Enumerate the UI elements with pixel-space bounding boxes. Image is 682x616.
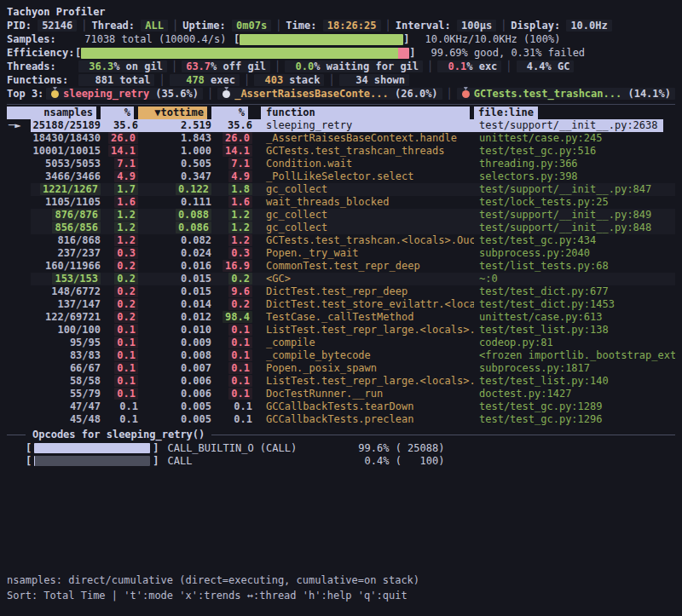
function-name-cell: gc_collect [261, 183, 474, 196]
bracket: ] [153, 454, 159, 468]
stat-chip: 34 shown [339, 74, 409, 86]
table-row[interactable]: 47/470.10.0050.1GCCallbackTests.tearDown… [7, 400, 675, 413]
bracket: [ [26, 454, 32, 468]
value: 100/100 [57, 324, 101, 336]
value: 2.519 [181, 119, 211, 131]
table-row[interactable]: 237/2370.30.0240.3Popen._try_waitsubproc… [7, 247, 675, 260]
value: 7.1 [114, 158, 138, 170]
table-row[interactable]: 3466/34664.90.3474.9_PollLikeSelector.se… [7, 170, 675, 183]
file-line-cell: test/support/__init__.py:849 [474, 209, 675, 222]
table-row[interactable]: 876/8761.20.0881.2gc_collecttest/support… [7, 209, 675, 222]
file-line-cell: test/list_tests.py:68 [474, 260, 675, 273]
table-row[interactable]: 148/67720.20.0159.6DictTest.test_repr_de… [7, 285, 675, 298]
top-function-chip[interactable]: GCTests.test_trashcan... (14.1%) [457, 88, 675, 100]
table-row[interactable]: 122/697210.20.01298.4TestCase._callTestM… [7, 311, 675, 324]
function-table: ─►25188/2518935.62.51935.6sleeping_retry… [7, 119, 675, 426]
value: 0.012 [181, 311, 211, 323]
function-name-cell: DictTest.test_repr_deep [261, 285, 474, 298]
value: 0.3 [114, 247, 138, 259]
column-header-file-line[interactable]: file:line [474, 107, 538, 119]
file-line-cell: test/support/__init__.py:848 [474, 222, 675, 234]
column-header-tottime-sorted[interactable]: ▼tottime [138, 107, 207, 119]
table-row[interactable]: 160/119660.20.01616.9CommonTest.test_rep… [7, 260, 675, 273]
table-row[interactable]: 5053/50537.10.5057.1Condition.waitthread… [7, 158, 675, 170]
value: 95/95 [70, 337, 101, 348]
row-marker [7, 337, 31, 349]
value: 122/69721 [45, 311, 101, 323]
table-row[interactable]: 1105/11051.60.1111.6wait_threads_blocked… [7, 196, 675, 209]
file-line-cell: test/test_gc.py:1296 [474, 413, 675, 426]
top3-items: sleeping_retry (35.6%)│_AssertRaisesBase… [46, 87, 675, 101]
column-header-pct-direct[interactable]: % [101, 107, 134, 119]
value: 0.2 [228, 298, 252, 310]
value: 0.086 [176, 222, 211, 233]
samples-row: Samples: 71038 total (10000.4/s)[]10.0KH… [7, 32, 675, 46]
column-gap [252, 170, 261, 183]
value: 0.005 [181, 400, 211, 412]
value: 1.6 [114, 196, 138, 208]
separator: │ [77, 20, 91, 32]
row-marker [7, 222, 31, 234]
top-function-chip[interactable]: _AssertRaisesBaseConte... (26.0%) [217, 88, 442, 100]
opcode-row: []CALL_BUILTIN_O (CALL)99.6% ( 25088) [7, 441, 675, 454]
table-row[interactable]: 856/8561.20.0861.2gc_collecttest/support… [7, 222, 675, 234]
top-function-chip[interactable]: sleeping_retry (35.6%) [46, 88, 203, 100]
table-row[interactable]: 816/8681.20.0821.2GCTests.test_trashcan.… [7, 234, 675, 247]
value: 0.014 [181, 298, 211, 310]
pct-direct-cell: 14.1 [101, 145, 138, 158]
table-row[interactable]: 10001/1001514.11.00014.1GCTests.test_tra… [7, 145, 675, 158]
value: 0.1 [228, 388, 252, 400]
stat-unit: shown [368, 74, 405, 86]
table-row[interactable]: ─►25188/2518935.62.51935.6sleeping_retry… [7, 119, 675, 132]
column-header-function[interactable]: function [261, 107, 470, 119]
efficiency-label: Efficiency: [7, 46, 75, 60]
value: 4.9 [228, 170, 252, 182]
value: 1.000 [181, 145, 211, 157]
value: 148/6772 [51, 285, 101, 297]
column-gap [252, 234, 261, 247]
file-line-cell: test/test_dict.py:1453 [474, 298, 675, 311]
table-row[interactable]: 45/480.10.0050.1GCCallbackTests.preclean… [7, 413, 675, 426]
row-marker [7, 285, 31, 298]
table-row[interactable]: 95/950.10.0090.1_compilecodeop.py:81 [7, 337, 675, 349]
pct-direct-cell: 0.1 [101, 337, 138, 349]
file-line-cell: test/test_list.py:140 [474, 375, 675, 388]
table-row[interactable]: 137/1470.20.0140.2DictTest.test_store_ev… [7, 298, 675, 311]
pct-cumulative-cell: 0.1 [211, 400, 252, 413]
value: 0.2 [114, 273, 138, 285]
pct-cumulative-cell: 0.1 [211, 324, 252, 337]
table-row[interactable]: 18430/1843026.01.84326.0_AssertRaisesBas… [7, 132, 675, 145]
table-row[interactable]: 1221/12671.70.1221.8gc_collecttest/suppo… [7, 183, 675, 196]
file-line-cell: unittest/case.py:613 [474, 311, 675, 324]
pct-direct-cell: 0.1 [101, 375, 138, 388]
column-header-pct-cumulative[interactable]: % [211, 107, 248, 119]
column-gap [252, 375, 261, 388]
separator: │ [203, 88, 217, 100]
column-gap [252, 196, 261, 209]
value: 0.007 [181, 362, 211, 374]
table-row[interactable]: 153/1530.20.0150.2<GC>~:0 [7, 273, 675, 285]
nsamples-cell: 55/79 [31, 388, 101, 400]
column-gap [252, 298, 261, 311]
function-name-cell: wait_threads_blocked [261, 196, 474, 209]
table-row[interactable]: 100/1000.10.0100.1ListTest.test_repr_lar… [7, 324, 675, 337]
stat-chip: 4.4% GC [517, 60, 575, 72]
stat-unit: % exc [466, 60, 497, 72]
table-row[interactable]: 58/580.10.0060.1ListTest.test_repr_large… [7, 375, 675, 388]
column-gap [252, 285, 261, 298]
value: 0.2 [114, 298, 138, 310]
separator: │ [423, 60, 437, 72]
function-name-cell: _compile_bytecode [261, 349, 474, 362]
opcodes-section-header: Opcodes for sleeping_retry() [7, 428, 675, 441]
top-function-pct: (35.6%) [149, 88, 199, 100]
pct-direct-cell: 0.1 [101, 413, 138, 426]
table-row[interactable]: 55/790.10.0060.1DocTestRunner.__rundocte… [7, 388, 675, 400]
value: 1.8 [228, 183, 252, 195]
opcode-bar [34, 443, 150, 453]
file-line-cell: subprocess.py:2040 [474, 247, 675, 260]
value: 1.2 [114, 222, 138, 233]
pct-direct-cell: 4.9 [101, 170, 138, 183]
table-row[interactable]: 83/830.10.0080.1_compile_bytecode<frozen… [7, 349, 675, 362]
column-header-nsamples[interactable]: nsamples [7, 107, 96, 119]
table-row[interactable]: 66/670.10.0070.1Popen._posix_spawnsubpro… [7, 362, 675, 375]
